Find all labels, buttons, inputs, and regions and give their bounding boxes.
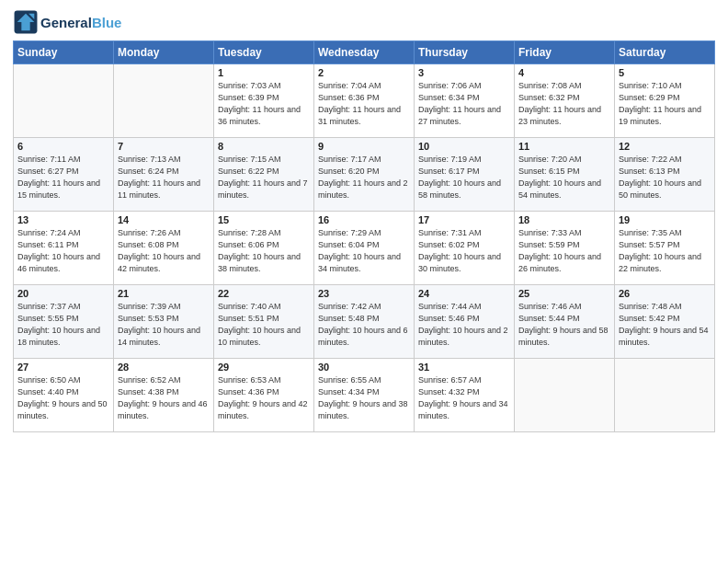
logo: GeneralBlue [13, 9, 121, 35]
day-info: Sunrise: 7:03 AM Sunset: 6:39 PM Dayligh… [218, 80, 310, 128]
day-header-wednesday: Wednesday [314, 41, 415, 64]
day-info: Sunrise: 6:50 AM Sunset: 4:40 PM Dayligh… [17, 374, 109, 422]
logo-icon [13, 9, 39, 35]
day-info: Sunrise: 7:17 AM Sunset: 6:20 PM Dayligh… [318, 154, 410, 201]
day-info: Sunrise: 7:48 AM Sunset: 5:42 PM Dayligh… [619, 301, 711, 349]
day-info: Sunrise: 7:28 AM Sunset: 6:06 PM Dayligh… [218, 227, 310, 275]
day-number: 7 [118, 141, 210, 152]
day-info: Sunrise: 7:31 AM Sunset: 6:02 PM Dayligh… [418, 227, 510, 275]
day-number: 25 [518, 288, 610, 299]
day-number: 20 [17, 288, 109, 299]
calendar-cell: 29Sunrise: 6:53 AM Sunset: 4:36 PM Dayli… [214, 359, 314, 432]
calendar-table: SundayMondayTuesdayWednesdayThursdayFrid… [13, 40, 715, 432]
day-info: Sunrise: 7:40 AM Sunset: 5:51 PM Dayligh… [218, 301, 310, 349]
day-info: Sunrise: 7:10 AM Sunset: 6:29 PM Dayligh… [619, 80, 711, 128]
day-info: Sunrise: 7:06 AM Sunset: 6:34 PM Dayligh… [418, 80, 510, 128]
calendar-cell: 15Sunrise: 7:28 AM Sunset: 6:06 PM Dayli… [214, 212, 314, 285]
day-info: Sunrise: 7:46 AM Sunset: 5:44 PM Dayligh… [518, 301, 610, 349]
calendar-cell: 5Sunrise: 7:10 AM Sunset: 6:29 PM Daylig… [615, 64, 715, 138]
calendar-cell: 21Sunrise: 7:39 AM Sunset: 5:53 PM Dayli… [114, 285, 214, 359]
day-number: 8 [218, 141, 310, 152]
calendar-cell: 25Sunrise: 7:46 AM Sunset: 5:44 PM Dayli… [515, 285, 615, 359]
day-number: 15 [218, 214, 310, 225]
page: GeneralBlue SundayMondayTuesdayWednesday… [0, 0, 728, 563]
calendar-cell: 9Sunrise: 7:17 AM Sunset: 6:20 PM Daylig… [314, 138, 415, 212]
calendar-cell: 23Sunrise: 7:42 AM Sunset: 5:48 PM Dayli… [314, 285, 415, 359]
day-number: 2 [318, 67, 410, 78]
day-number: 14 [118, 214, 210, 225]
day-number: 13 [17, 214, 109, 225]
day-number: 28 [118, 362, 210, 373]
week-row-2: 6Sunrise: 7:11 AM Sunset: 6:27 PM Daylig… [14, 138, 715, 212]
calendar-cell: 13Sunrise: 7:24 AM Sunset: 6:11 PM Dayli… [14, 212, 114, 285]
day-header-thursday: Thursday [415, 41, 515, 64]
calendar-cell: 30Sunrise: 6:55 AM Sunset: 4:34 PM Dayli… [314, 359, 415, 432]
day-info: Sunrise: 7:37 AM Sunset: 5:55 PM Dayligh… [17, 301, 109, 349]
calendar-cell [114, 64, 214, 138]
day-info: Sunrise: 7:44 AM Sunset: 5:46 PM Dayligh… [418, 301, 510, 349]
day-header-monday: Monday [114, 41, 214, 64]
calendar-cell: 27Sunrise: 6:50 AM Sunset: 4:40 PM Dayli… [14, 359, 114, 432]
week-row-4: 20Sunrise: 7:37 AM Sunset: 5:55 PM Dayli… [14, 285, 715, 359]
day-info: Sunrise: 7:33 AM Sunset: 5:59 PM Dayligh… [518, 227, 610, 275]
week-row-3: 13Sunrise: 7:24 AM Sunset: 6:11 PM Dayli… [14, 212, 715, 285]
calendar-cell: 12Sunrise: 7:22 AM Sunset: 6:13 PM Dayli… [615, 138, 715, 212]
day-info: Sunrise: 6:57 AM Sunset: 4:32 PM Dayligh… [418, 374, 510, 422]
day-number: 3 [418, 67, 510, 78]
calendar-cell [515, 359, 615, 432]
calendar-cell: 17Sunrise: 7:31 AM Sunset: 6:02 PM Dayli… [415, 212, 515, 285]
day-number: 29 [218, 362, 310, 373]
day-number: 22 [218, 288, 310, 299]
day-info: Sunrise: 7:15 AM Sunset: 6:22 PM Dayligh… [218, 154, 310, 201]
day-number: 21 [118, 288, 210, 299]
day-info: Sunrise: 7:39 AM Sunset: 5:53 PM Dayligh… [118, 301, 210, 349]
day-number: 19 [619, 214, 711, 225]
header: GeneralBlue [13, 9, 715, 35]
day-number: 31 [418, 362, 510, 373]
calendar-cell: 11Sunrise: 7:20 AM Sunset: 6:15 PM Dayli… [515, 138, 615, 212]
day-number: 17 [418, 214, 510, 225]
day-number: 27 [17, 362, 109, 373]
calendar-cell [14, 64, 114, 138]
week-row-1: 1Sunrise: 7:03 AM Sunset: 6:39 PM Daylig… [14, 64, 715, 138]
calendar-cell: 28Sunrise: 6:52 AM Sunset: 4:38 PM Dayli… [114, 359, 214, 432]
calendar-cell: 7Sunrise: 7:13 AM Sunset: 6:24 PM Daylig… [114, 138, 214, 212]
calendar-cell: 4Sunrise: 7:08 AM Sunset: 6:32 PM Daylig… [515, 64, 615, 138]
calendar-cell: 22Sunrise: 7:40 AM Sunset: 5:51 PM Dayli… [214, 285, 314, 359]
day-info: Sunrise: 7:35 AM Sunset: 5:57 PM Dayligh… [619, 227, 711, 275]
logo-text: GeneralBlue [40, 15, 121, 30]
calendar-cell: 2Sunrise: 7:04 AM Sunset: 6:36 PM Daylig… [314, 64, 415, 138]
day-number: 10 [418, 141, 510, 152]
day-number: 11 [518, 141, 610, 152]
day-info: Sunrise: 7:42 AM Sunset: 5:48 PM Dayligh… [318, 301, 410, 349]
day-info: Sunrise: 7:11 AM Sunset: 6:27 PM Dayligh… [17, 154, 109, 201]
day-number: 23 [318, 288, 410, 299]
calendar-cell: 8Sunrise: 7:15 AM Sunset: 6:22 PM Daylig… [214, 138, 314, 212]
calendar-header-row: SundayMondayTuesdayWednesdayThursdayFrid… [14, 41, 715, 64]
calendar-cell: 10Sunrise: 7:19 AM Sunset: 6:17 PM Dayli… [415, 138, 515, 212]
day-number: 6 [17, 141, 109, 152]
day-info: Sunrise: 6:52 AM Sunset: 4:38 PM Dayligh… [118, 374, 210, 422]
calendar-cell: 19Sunrise: 7:35 AM Sunset: 5:57 PM Dayli… [615, 212, 715, 285]
day-number: 1 [218, 67, 310, 78]
day-info: Sunrise: 7:19 AM Sunset: 6:17 PM Dayligh… [418, 154, 510, 201]
calendar-cell: 18Sunrise: 7:33 AM Sunset: 5:59 PM Dayli… [515, 212, 615, 285]
day-info: Sunrise: 7:20 AM Sunset: 6:15 PM Dayligh… [518, 154, 610, 201]
day-number: 9 [318, 141, 410, 152]
calendar-cell: 20Sunrise: 7:37 AM Sunset: 5:55 PM Dayli… [14, 285, 114, 359]
calendar-cell: 31Sunrise: 6:57 AM Sunset: 4:32 PM Dayli… [415, 359, 515, 432]
calendar-cell: 24Sunrise: 7:44 AM Sunset: 5:46 PM Dayli… [415, 285, 515, 359]
week-row-5: 27Sunrise: 6:50 AM Sunset: 4:40 PM Dayli… [14, 359, 715, 432]
day-number: 24 [418, 288, 510, 299]
day-number: 26 [619, 288, 711, 299]
calendar-cell: 26Sunrise: 7:48 AM Sunset: 5:42 PM Dayli… [615, 285, 715, 359]
day-number: 18 [518, 214, 610, 225]
calendar-cell: 6Sunrise: 7:11 AM Sunset: 6:27 PM Daylig… [14, 138, 114, 212]
day-header-sunday: Sunday [14, 41, 114, 64]
day-info: Sunrise: 7:22 AM Sunset: 6:13 PM Dayligh… [619, 154, 711, 201]
day-info: Sunrise: 6:55 AM Sunset: 4:34 PM Dayligh… [318, 374, 410, 422]
day-info: Sunrise: 7:29 AM Sunset: 6:04 PM Dayligh… [318, 227, 410, 275]
day-header-tuesday: Tuesday [214, 41, 314, 64]
day-info: Sunrise: 6:53 AM Sunset: 4:36 PM Dayligh… [218, 374, 310, 422]
day-info: Sunrise: 7:26 AM Sunset: 6:08 PM Dayligh… [118, 227, 210, 275]
